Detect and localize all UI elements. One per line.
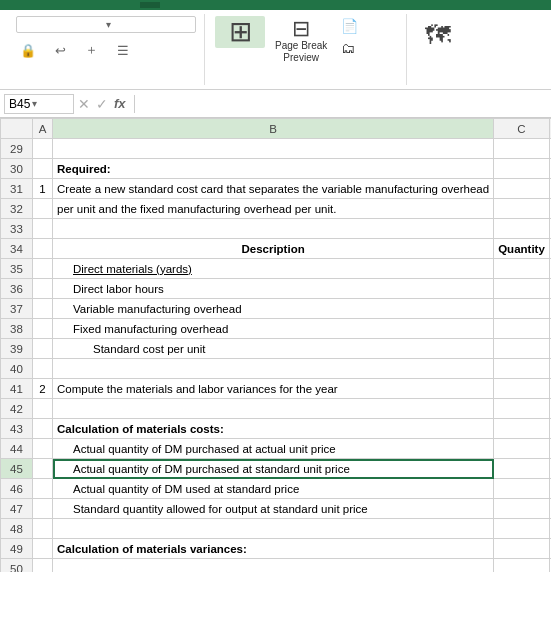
cell-c45[interactable] [494,459,550,479]
cell-b29[interactable] [53,139,494,159]
cell-a41[interactable]: 2 [33,379,53,399]
menu-data[interactable] [100,2,120,8]
row-header[interactable]: 44 [1,439,33,459]
menu-review[interactable] [120,2,140,8]
row-header[interactable]: 31 [1,179,33,199]
cell-a32[interactable] [33,199,53,219]
cell-a43[interactable] [33,419,53,439]
cell-b38[interactable]: Fixed manufacturing overhead [53,319,494,339]
cell-b33[interactable] [53,219,494,239]
new-button[interactable]: ＋ [81,39,105,61]
cell-a34[interactable] [33,239,53,259]
cell-c46[interactable] [494,479,550,499]
col-header-b[interactable]: B [53,119,494,139]
row-header[interactable]: 34 [1,239,33,259]
cell-b39[interactable]: Standard cost per unit [53,339,494,359]
formula-check-icon[interactable]: ✕ [78,96,90,112]
cell-c30[interactable] [494,159,550,179]
cell-a33[interactable] [33,219,53,239]
sheet-view-dropdown[interactable]: ▾ [16,16,196,33]
cell-c42[interactable] [494,399,550,419]
cell-c33[interactable] [494,219,550,239]
col-header-c[interactable]: C [494,119,550,139]
cell-a31[interactable]: 1 [33,179,53,199]
cell-a45[interactable] [33,459,53,479]
cell-b36[interactable]: Direct labor hours [53,279,494,299]
cell-a38[interactable] [33,319,53,339]
col-header-a[interactable]: A [33,119,53,139]
cell-b42[interactable] [53,399,494,419]
exit-button[interactable]: ↩ [51,39,73,61]
options-button[interactable]: ☰ [113,39,136,61]
cell-c49[interactable] [494,539,550,559]
row-header[interactable]: 36 [1,279,33,299]
page-layout-button[interactable]: 📄 [337,16,366,36]
row-header[interactable]: 45 [1,459,33,479]
cell-b46[interactable]: Actual quantity of DM used at standard p… [53,479,494,499]
menu-view[interactable] [140,2,160,8]
cell-c35[interactable] [494,259,550,279]
cell-b48[interactable] [53,519,494,539]
cell-a30[interactable] [33,159,53,179]
row-header[interactable]: 49 [1,539,33,559]
cell-b35[interactable]: Direct materials (yards) [53,259,494,279]
cell-c50[interactable] [494,559,550,573]
row-header[interactable]: 41 [1,379,33,399]
cell-c36[interactable] [494,279,550,299]
row-header[interactable]: 48 [1,519,33,539]
row-header[interactable]: 37 [1,299,33,319]
formula-enter-icon[interactable]: ✓ [96,96,108,112]
cell-b30[interactable]: Required: [53,159,494,179]
cell-a40[interactable] [33,359,53,379]
custom-views-button[interactable]: 🗂 [337,38,366,58]
row-header[interactable]: 43 [1,419,33,439]
cell-c32[interactable] [494,199,550,219]
formula-input[interactable] [143,95,547,113]
cell-b37[interactable]: Variable manufacturing overhead [53,299,494,319]
cell-b47[interactable]: Standard quantity allowed for output at … [53,499,494,519]
menu-insert[interactable] [40,2,60,8]
row-header[interactable]: 29 [1,139,33,159]
cell-b34[interactable]: Description [53,239,494,259]
cell-b45[interactable]: Actual quantity of DM purchased at stand… [53,459,494,479]
navigate-button[interactable]: 🗺 [417,16,459,55]
cell-a39[interactable] [33,339,53,359]
cell-a29[interactable] [33,139,53,159]
cell-b43[interactable]: Calculation of materials costs: [53,419,494,439]
cell-c48[interactable] [494,519,550,539]
cell-c34[interactable]: Quantity [494,239,550,259]
normal-view-button[interactable]: ⊞ [215,16,265,48]
cell-c31[interactable] [494,179,550,199]
row-header[interactable]: 32 [1,199,33,219]
cell-b50[interactable] [53,559,494,573]
cell-a37[interactable] [33,299,53,319]
cell-ref-dropdown[interactable]: ▾ [32,98,37,109]
cell-b31[interactable]: Create a new standard cost card that sep… [53,179,494,199]
cell-a42[interactable] [33,399,53,419]
cell-c29[interactable] [494,139,550,159]
row-header[interactable]: 39 [1,339,33,359]
cell-a49[interactable] [33,539,53,559]
cell-b32[interactable]: per unit and the fixed manufacturing ove… [53,199,494,219]
cell-c40[interactable] [494,359,550,379]
row-header[interactable]: 42 [1,399,33,419]
menu-automat[interactable] [160,2,180,8]
cell-c37[interactable] [494,299,550,319]
page-break-button[interactable]: ⊟ Page BreakPreview [269,16,333,66]
row-header[interactable]: 38 [1,319,33,339]
cell-a48[interactable] [33,519,53,539]
row-header[interactable]: 40 [1,359,33,379]
cell-c41[interactable] [494,379,550,399]
cell-a36[interactable] [33,279,53,299]
menu-file[interactable] [0,2,20,8]
cell-a46[interactable] [33,479,53,499]
cell-c47[interactable] [494,499,550,519]
cell-a35[interactable] [33,259,53,279]
keep-button[interactable]: 🔒 [16,39,43,61]
row-header[interactable]: 47 [1,499,33,519]
cell-c38[interactable] [494,319,550,339]
menu-formulas[interactable] [80,2,100,8]
cell-b44[interactable]: Actual quantity of DM purchased at actua… [53,439,494,459]
cell-a47[interactable] [33,499,53,519]
cell-c39[interactable] [494,339,550,359]
